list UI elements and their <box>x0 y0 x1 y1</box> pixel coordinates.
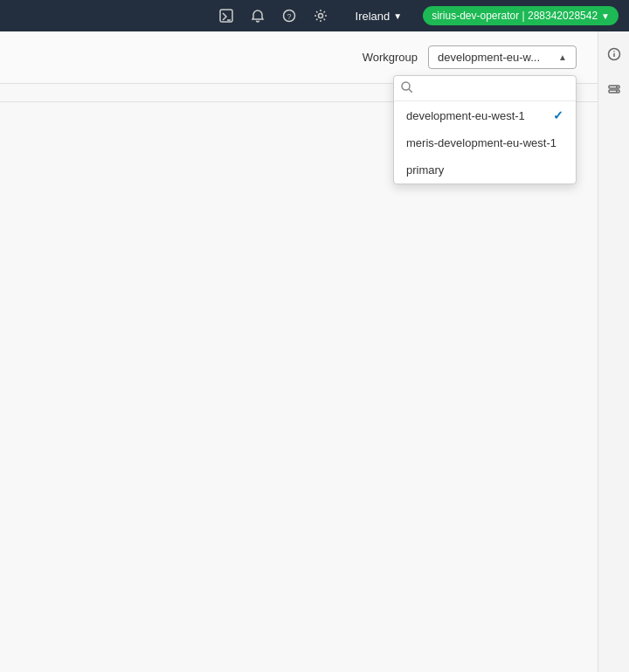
workgroup-dropdown-panel: development-eu-west-1 ✓ meris-developmen… <box>393 75 577 184</box>
region-label: Ireland <box>356 10 391 23</box>
right-sidebar <box>598 31 629 672</box>
workgroup-selected-text: development-eu-w... <box>438 51 553 64</box>
dropdown-item-check-development-eu-west-1: ✓ <box>553 108 563 122</box>
svg-text:?: ? <box>287 12 291 21</box>
terminal-icon-button[interactable] <box>212 2 240 30</box>
svg-point-9 <box>613 51 615 52</box>
workgroup-dropdown-trigger[interactable]: development-eu-w... ▲ <box>428 45 577 69</box>
dropdown-item-label: development-eu-west-1 <box>406 109 525 122</box>
svg-rect-11 <box>609 90 619 93</box>
region-chevron: ▼ <box>393 11 402 21</box>
region-selector[interactable]: Ireland ▼ <box>349 6 410 26</box>
settings-icon-button[interactable] <box>307 2 335 30</box>
dropdown-item-label: meris-development-eu-west-1 <box>406 136 556 149</box>
dropdown-item-development-eu-west-1[interactable]: development-eu-west-1 ✓ <box>394 101 576 129</box>
account-badge[interactable]: sirius-dev-operator | 288342028542 ▼ <box>423 6 619 25</box>
main-area: Workgroup development-eu-w... ▲ <box>0 31 629 672</box>
content-area: Workgroup development-eu-w... ▲ <box>0 31 598 672</box>
dropdown-item-label: primary <box>406 163 444 177</box>
info-icon-button[interactable] <box>602 42 626 66</box>
dropdown-search-input[interactable] <box>418 82 569 95</box>
dropdown-item-meris-development-eu-west-1[interactable]: meris-development-eu-west-1 <box>394 129 576 156</box>
svg-line-6 <box>409 89 412 93</box>
help-icon-button[interactable]: ? <box>275 2 303 30</box>
bell-icon-button[interactable] <box>244 2 272 30</box>
nav-icons: ? <box>212 2 335 30</box>
dropdown-search-row <box>394 76 576 101</box>
top-nav: ? Ireland ▼ sirius-dev-operator | 288342… <box>0 0 629 31</box>
svg-point-5 <box>402 82 410 90</box>
svg-rect-10 <box>609 86 619 88</box>
dropdown-item-primary[interactable]: primary <box>394 156 576 184</box>
account-label: sirius-dev-operator | 288342028542 <box>432 10 598 22</box>
account-chevron: ▼ <box>601 11 610 21</box>
workgroup-dropdown-arrow: ▲ <box>558 52 567 62</box>
resource-icon-button[interactable] <box>602 77 626 101</box>
svg-point-4 <box>318 14 322 18</box>
workgroup-label: Workgroup <box>363 51 418 64</box>
dropdown-search-icon <box>401 81 412 95</box>
